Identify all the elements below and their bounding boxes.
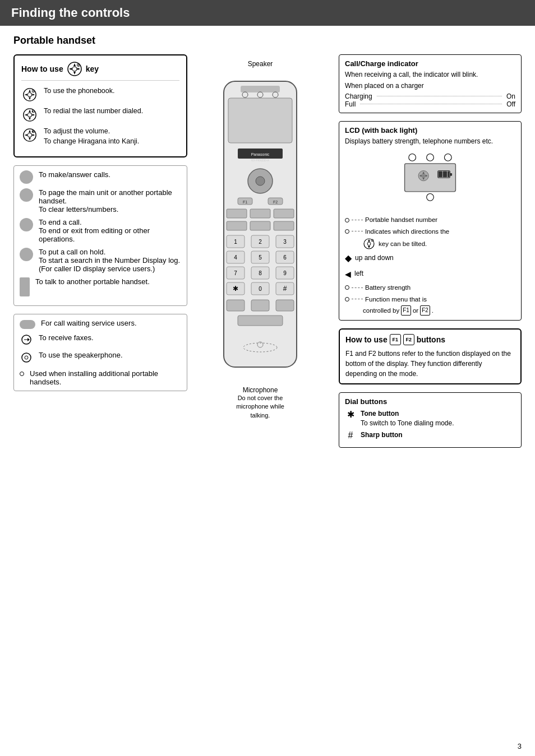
- sharp-label: Sharp button: [361, 431, 403, 439]
- page-header: Finding the controls: [0, 0, 535, 26]
- annotation-battery: Battery strength: [345, 282, 515, 293]
- controlled-by-text: controlled by: [363, 305, 399, 316]
- btn-row-speaker: To use the speakerphone.: [20, 351, 181, 365]
- tone-sub-desc: To switch to Tone dialing mode.: [361, 419, 454, 427]
- page-button-icon: [20, 188, 33, 202]
- phonebook-desc: To use the phonebook.: [44, 86, 179, 96]
- svg-rect-97: [448, 171, 450, 178]
- call-charge-line1: When receiving a call, the indicator wil…: [345, 70, 515, 80]
- svg-marker-4: [69, 68, 72, 70]
- svg-rect-40: [228, 98, 292, 143]
- annotation-handset-number: Portable handset number: [345, 215, 515, 225]
- svg-marker-107: [368, 239, 370, 242]
- volume-icon-cell: [21, 128, 38, 142]
- f1-icon: F1: [390, 334, 401, 345]
- microphone-label-area: Microphone Do not cover themicrophone wh…: [207, 386, 313, 420]
- period-text: .: [432, 305, 433, 316]
- sharp-icon: #: [345, 430, 356, 440]
- svg-marker-5: [77, 68, 80, 70]
- svg-rect-54: [250, 209, 270, 218]
- svg-marker-18: [29, 110, 31, 113]
- svg-text:F2: F2: [273, 200, 278, 204]
- btn-row-answer: To make/answer calls.: [20, 170, 181, 184]
- main-layout: How to use key: [13, 54, 522, 448]
- svg-point-7: [78, 64, 79, 66]
- phone-image: Panasonic KX-FKN330-A F1 F2: [207, 70, 313, 384]
- phone-area: Speaker Panasonic KX-FKN330-A: [207, 60, 313, 420]
- svg-marker-21: [33, 114, 35, 116]
- dial-row-sharp: # Sharp button: [345, 430, 515, 440]
- dial-buttons-box: Dial buttons ✱ Tone button To switch to …: [339, 392, 522, 448]
- svg-text:1: 1: [234, 239, 237, 245]
- phonebook-nav-icon: [22, 87, 37, 102]
- call-charge-title: Call/Charge indicator: [345, 59, 515, 68]
- btn-row-callwaiting: For call waiting service users.: [20, 319, 181, 329]
- svg-point-1: [72, 67, 77, 71]
- btn-row-talk: To talk to another portable handset.: [20, 277, 181, 296]
- mic-note: Do not cover themicrophone whiletalking.: [207, 394, 313, 420]
- redial-desc: To redial the last number dialed.: [44, 106, 179, 117]
- svg-point-104: [427, 194, 434, 201]
- fax-button-svg: [20, 335, 33, 345]
- svg-text:✱: ✱: [233, 285, 238, 293]
- svg-rect-56: [227, 221, 247, 230]
- svg-marker-11: [29, 98, 31, 100]
- tone-label: Tone button: [361, 410, 399, 418]
- btn-row-page: To page the main unit or another portabl…: [20, 188, 181, 214]
- center-column: Speaker Panasonic KX-FKN330-A: [187, 54, 333, 448]
- svg-point-106: [367, 242, 371, 245]
- svg-marker-27: [29, 138, 31, 141]
- call-charge-line2: When placed on a charger: [345, 81, 515, 91]
- svg-rect-95: [439, 171, 442, 178]
- speaker-desc: To use the speakerphone.: [39, 351, 123, 359]
- btn-row-fax: To receive faxes.: [20, 333, 181, 346]
- svg-text:7: 7: [234, 270, 237, 276]
- svg-marker-23: [33, 111, 34, 113]
- tone-desc: Tone button To switch to Tone dialing mo…: [361, 409, 454, 428]
- svg-point-91: [444, 154, 451, 161]
- key-tilt-text: key can be tilted.: [379, 239, 427, 249]
- hold-desc: To put a call on hold.To start a search …: [39, 248, 180, 273]
- f-buttons-box: How to use F1 F2 buttons F1 and F2 butto…: [339, 328, 522, 384]
- annotation-left: ◀ left: [345, 268, 515, 280]
- dashed-line: [352, 220, 363, 220]
- nav-key-icon: [67, 61, 82, 77]
- nav-key-small-icon: [363, 238, 375, 250]
- callwaiting-icon: [20, 320, 35, 329]
- phonebook-icon-cell: [21, 87, 38, 102]
- svg-rect-86: [238, 316, 283, 326]
- svg-marker-26: [29, 130, 31, 133]
- svg-rect-96: [443, 171, 447, 178]
- svg-rect-85: [276, 300, 294, 311]
- fax-desc: To receive faxes.: [39, 333, 94, 342]
- key-row-volume: To adjust the volume.To change Hiragana …: [21, 127, 179, 146]
- tone-icon: ✱: [345, 409, 356, 420]
- charging-row: Charging On: [345, 92, 515, 100]
- battery-text: Battery strength: [365, 282, 411, 293]
- or-text: or: [413, 305, 418, 316]
- annotation-function-menu: Function menu that is: [345, 294, 515, 304]
- full-dots: [360, 104, 502, 104]
- f2-ref: F2: [420, 305, 430, 316]
- dial-buttons-title: Dial buttons: [345, 397, 515, 406]
- svg-marker-28: [25, 134, 27, 136]
- full-value: Off: [506, 100, 515, 108]
- svg-text:Panasonic: Panasonic: [251, 152, 270, 156]
- lcd-info-box: LCD (with back light) Displays battery s…: [339, 121, 522, 321]
- svg-text:0: 0: [259, 286, 262, 292]
- how-to-use-key-box: How to use key: [13, 54, 187, 157]
- svg-marker-13: [33, 94, 35, 96]
- f-buttons-label-before: How to use: [345, 335, 388, 344]
- speaker-label: Speaker: [207, 60, 313, 68]
- svg-point-17: [27, 113, 31, 117]
- dashed-line-3: [352, 287, 363, 288]
- answer-desc: To make/answer calls.: [39, 170, 110, 179]
- f-buttons-header: How to use F1 F2 buttons: [345, 334, 515, 345]
- left-text: left: [354, 268, 363, 279]
- svg-text:6: 6: [283, 254, 287, 261]
- svg-marker-108: [368, 246, 370, 248]
- svg-rect-55: [274, 209, 294, 218]
- svg-marker-29: [33, 134, 35, 136]
- call-charge-indicator-box: Call/Charge indicator When receiving a c…: [339, 54, 522, 113]
- svg-point-48: [256, 177, 265, 185]
